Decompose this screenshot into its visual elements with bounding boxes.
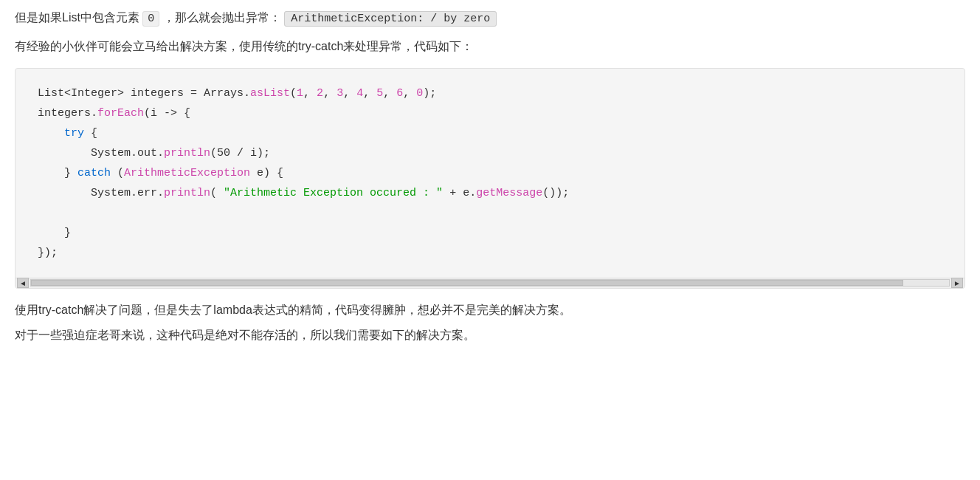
intro-line-2: 有经验的小伙伴可能会立马给出解决方案，使用传统的try-catch来处理异常，代… <box>15 36 965 58</box>
scroll-left-button[interactable]: ◄ <box>17 278 29 288</box>
intro-line-1: 但是如果List中包含元素 0 ，那么就会抛出异常： ArithmeticExc… <box>15 7 965 29</box>
bottom-line-2: 对于一些强迫症老哥来说，这种代码是绝对不能存活的，所以我们需要如下的解决方案。 <box>15 324 965 346</box>
bottom-line-1: 使用try-catch解决了问题，但是失去了lambda表达式的精简，代码变得臃… <box>15 299 965 321</box>
inline-code-zero: 0 <box>142 11 159 27</box>
scroll-thumb[interactable] <box>31 280 903 286</box>
scroll-right-button[interactable]: ► <box>951 278 963 288</box>
code-block-wrapper: List<Integer> integers = Arrays.asList(1… <box>15 68 965 289</box>
intro-prefix: 但是如果List中包含元素 <box>15 11 139 24</box>
intro-middle: ，那么就会抛出异常： <box>163 11 281 24</box>
scroll-thumb-track[interactable] <box>30 279 950 287</box>
code-block[interactable]: List<Integer> integers = Arrays.asList(1… <box>15 69 965 278</box>
page-content: 但是如果List中包含元素 0 ，那么就会抛出异常： ArithmeticExc… <box>0 0 980 365</box>
exception-code: ArithmeticException: / by zero <box>284 11 497 27</box>
bottom-text: 使用try-catch解决了问题，但是失去了lambda表达式的精简，代码变得臃… <box>15 299 965 347</box>
horizontal-scrollbar[interactable]: ◄ ► <box>15 278 965 288</box>
